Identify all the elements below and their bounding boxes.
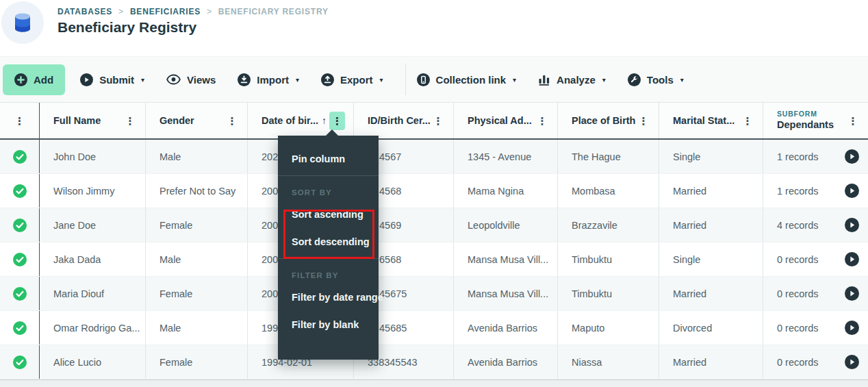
column-header-id-birth-cert[interactable]: ID/Birth Cer... ⋮ (354, 103, 454, 138)
cell-place-of-birth[interactable]: Timbuktu (558, 242, 659, 276)
menu-section-filter-by: FILTER BY (278, 262, 379, 284)
kebab-icon[interactable]: ⋮ (13, 112, 27, 129)
menu-item-sort-descending[interactable]: Sort descending (278, 228, 379, 255)
open-subform-icon[interactable] (845, 252, 859, 266)
record-valid-cell[interactable] (0, 140, 40, 173)
select-column-header[interactable]: ⋮ (0, 103, 40, 138)
cell-gender[interactable]: Male (146, 140, 248, 173)
menu-item-filter-by-date-range[interactable]: Filter by date range (278, 284, 379, 311)
cell-dependants[interactable]: 0 records (763, 242, 868, 276)
open-subform-icon[interactable] (845, 286, 859, 301)
cell-full-name[interactable]: Wilson Jimmy (40, 174, 146, 208)
mobile-circle-icon (417, 73, 430, 86)
cell-physical-address[interactable]: Avenida Barrios (454, 311, 558, 345)
cell-marital-status[interactable]: Married (659, 174, 763, 208)
export-button[interactable]: Export ▾ (321, 73, 383, 86)
open-subform-icon[interactable] (845, 218, 859, 232)
cell-place-of-birth[interactable]: Niassa (558, 345, 659, 379)
kebab-icon[interactable]: ⋮ (741, 112, 754, 129)
cell-full-name[interactable]: Jane Doe (40, 208, 146, 242)
views-button[interactable]: Views (166, 74, 216, 86)
table-row[interactable]: John Doe Male 2020 4567 1345 - Avenue Th… (0, 140, 868, 174)
menu-item-sort-ascending[interactable]: Sort ascending (278, 201, 379, 228)
cell-gender[interactable]: Female (146, 277, 248, 310)
record-valid-cell[interactable] (0, 242, 40, 276)
cell-place-of-birth[interactable]: Mombasa (558, 174, 659, 208)
record-valid-cell[interactable] (0, 208, 40, 242)
menu-caret (326, 129, 338, 136)
column-header-full-name[interactable]: Full Name ⋮ (40, 103, 146, 138)
column-header-marital-status[interactable]: Marital Stat... ⋮ (659, 103, 763, 138)
cell-full-name[interactable]: John Doe (40, 140, 146, 173)
column-header-gender[interactable]: Gender ⋮ (146, 103, 248, 138)
cell-physical-address[interactable]: Mansa Musa Vill... (454, 277, 558, 310)
table-row[interactable]: Maria Diouf Female 200 45675 Mansa Musa … (0, 277, 868, 311)
open-subform-icon[interactable] (845, 184, 859, 198)
cell-full-name[interactable]: Maria Diouf (40, 277, 146, 310)
column-header-place-of-birth[interactable]: Place of Birth ⋮ (558, 103, 659, 138)
kebab-icon[interactable]: ⋮ (846, 112, 860, 129)
cell-gender[interactable]: Female (146, 345, 248, 379)
cell-full-name[interactable]: Alice Lucio (40, 345, 146, 379)
breadcrumb-beneficiaries[interactable]: BENEFICIARIES (130, 7, 201, 16)
submit-button[interactable]: Submit ▾ (80, 73, 144, 86)
table-row[interactable]: Wilson Jimmy Prefer Not to Say 200 4568 … (0, 174, 868, 208)
cell-marital-status[interactable]: Divorced (659, 311, 763, 345)
kebab-icon-active[interactable]: ⋮ (329, 112, 345, 130)
record-valid-cell[interactable] (0, 345, 40, 379)
kebab-icon[interactable]: ⋮ (637, 112, 650, 129)
kebab-icon[interactable]: ⋮ (123, 112, 137, 129)
cell-marital-status[interactable]: Married (659, 277, 763, 310)
cell-gender[interactable]: Male (146, 242, 248, 276)
cell-dependants[interactable]: 1 records (763, 174, 868, 208)
cell-physical-address[interactable]: Avenida Barrios (454, 345, 558, 379)
open-subform-icon[interactable] (845, 355, 859, 369)
cell-gender[interactable]: Male (146, 311, 248, 345)
import-button[interactable]: Import ▾ (238, 73, 299, 86)
table-row[interactable]: Alice Lucio Female 1994-02-01 338345543 … (0, 345, 868, 379)
cell-physical-address[interactable]: Mama Ngina (454, 174, 558, 208)
menu-item-filter-by-blank[interactable]: Filter by blank (278, 311, 379, 338)
cell-physical-address[interactable]: 1345 - Avenue (454, 140, 558, 173)
dependants-count: 0 records (777, 288, 818, 299)
cell-marital-status[interactable]: Single (659, 242, 763, 276)
open-subform-icon[interactable] (845, 149, 859, 164)
dependants-count: 0 records (777, 323, 818, 334)
kebab-icon[interactable]: ⋮ (431, 112, 445, 129)
table-row[interactable]: Jane Doe Female 200 4569 Leopoldville Br… (0, 208, 868, 242)
collection-link-button[interactable]: Collection link ▾ (417, 73, 517, 86)
breadcrumb-databases[interactable]: DATABASES (58, 7, 112, 16)
cell-marital-status[interactable]: Single (659, 140, 763, 173)
table-row[interactable]: Jaka Dada Male 200 6568 Mansa Musa Vill.… (0, 242, 868, 277)
tools-button[interactable]: Tools ▾ (628, 73, 684, 86)
cell-dependants[interactable]: 1 records (763, 140, 868, 173)
column-header-physical-address[interactable]: Physical Ad... ⋮ (454, 103, 558, 138)
add-button[interactable]: Add (3, 64, 65, 95)
table-row[interactable]: Omar Rodrigo Ga... Male 1998 45685 Aveni… (0, 311, 868, 345)
cell-physical-address[interactable]: Mansa Musa Vill... (454, 242, 558, 276)
cell-marital-status[interactable]: Married (659, 345, 763, 379)
record-valid-cell[interactable] (0, 311, 40, 345)
column-header-dependants[interactable]: SUBFORM Dependants ⋮ (763, 103, 868, 138)
kebab-icon[interactable]: ⋮ (535, 112, 549, 129)
cell-physical-address[interactable]: Leopoldville (454, 208, 558, 242)
cell-place-of-birth[interactable]: Maputo (558, 311, 659, 345)
cell-full-name[interactable]: Jaka Dada (40, 242, 146, 276)
record-valid-cell[interactable] (0, 277, 40, 310)
cell-place-of-birth[interactable]: The Hague (558, 140, 659, 173)
cell-place-of-birth[interactable]: Timbuktu (558, 277, 659, 310)
cell-dependants[interactable]: 0 records (763, 345, 868, 379)
cell-dependants[interactable]: 0 records (763, 311, 868, 345)
menu-item-pin-column[interactable]: Pin column (278, 145, 379, 173)
cell-gender[interactable]: Female (146, 208, 248, 242)
cell-full-name[interactable]: Omar Rodrigo Ga... (40, 311, 146, 345)
cell-dependants[interactable]: 0 records (763, 277, 868, 310)
cell-dependants[interactable]: 4 records (763, 208, 868, 242)
kebab-icon[interactable]: ⋮ (225, 112, 239, 129)
cell-marital-status[interactable]: Married (659, 208, 763, 242)
record-valid-cell[interactable] (0, 174, 40, 208)
analyze-button[interactable]: Analyze ▾ (538, 73, 606, 86)
cell-gender[interactable]: Prefer Not to Say (146, 174, 248, 208)
open-subform-icon[interactable] (845, 321, 859, 335)
cell-place-of-birth[interactable]: Brazzavile (558, 208, 659, 242)
